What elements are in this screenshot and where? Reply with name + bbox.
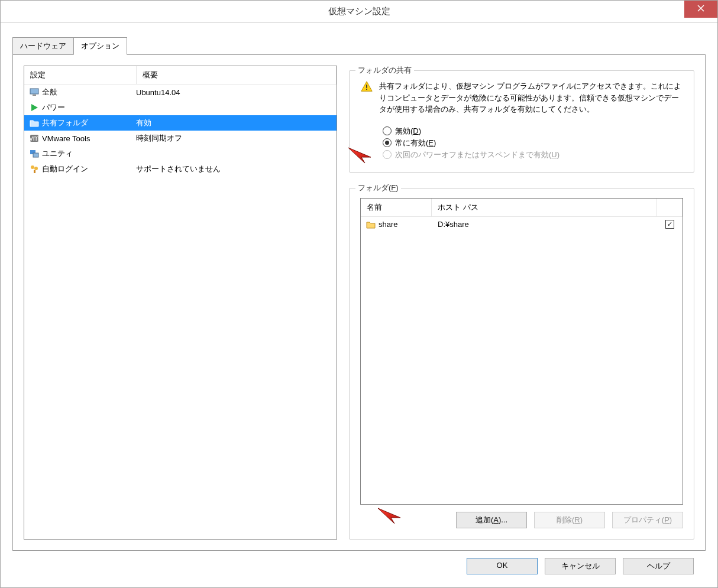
- vm-icon: vm: [29, 133, 40, 144]
- play-icon: [29, 102, 40, 113]
- settings-row-name: パワー: [42, 102, 65, 113]
- vm-settings-window: 仮想マシン設定 ハードウェア オプション 設定 概要 全般Ubuntu14.04…: [0, 0, 718, 588]
- svg-rect-8: [34, 170, 35, 173]
- settings-row-summary: Ubuntu14.04: [136, 88, 332, 97]
- folder-row[interactable]: shareD:¥share✓: [361, 217, 683, 232]
- settings-row-summary: 時刻同期オフ: [136, 133, 332, 144]
- radio-until-label: 次回のパワーオフまたはサスペンドまで有効(U): [395, 150, 559, 160]
- settings-list: 設定 概要 全般Ubuntu14.04パワー共有フォルダ有効vmVMware T…: [24, 66, 337, 540]
- svg-rect-5: [33, 153, 38, 157]
- settings-row-自動ログイン[interactable]: 自動ログインサポートされていません: [24, 161, 337, 177]
- tabs: ハードウェア オプション: [12, 37, 706, 55]
- folder-path: D:¥share: [432, 220, 656, 229]
- folders-table-body: shareD:¥share✓: [361, 217, 683, 505]
- tab-hardware-label: ハードウェア: [20, 41, 66, 50]
- cancel-button[interactable]: キャンセル: [545, 558, 616, 574]
- folders-col-path[interactable]: ホスト パス: [432, 199, 656, 217]
- svg-rect-0: [30, 89, 38, 94]
- add-folder-button[interactable]: 追加(A)...: [456, 512, 527, 528]
- settings-row-name: ユニティ: [42, 148, 73, 159]
- radio-icon: [383, 126, 392, 135]
- details-pane: フォルダの共有 共有フォルダにより、仮想マシン プログラムがファイルにアクセスで…: [349, 66, 694, 540]
- svg-point-6: [31, 165, 34, 169]
- settings-row-VMware Tools[interactable]: vmVMware Tools時刻同期オフ: [24, 131, 337, 146]
- sharing-warning-text: 共有フォルダにより、仮想マシン プログラムがファイルにアクセスできます。これによ…: [379, 80, 683, 115]
- col-header-name[interactable]: 設定: [24, 66, 137, 84]
- settings-row-summary: 有効: [136, 118, 332, 128]
- folders-group: フォルダ(F) 名前 ホスト パス shareD:¥share✓ 追加(A)..…: [349, 188, 694, 540]
- users-icon: [29, 164, 40, 174]
- sharing-warning: 共有フォルダにより、仮想マシン プログラムがファイルにアクセスできます。これによ…: [360, 80, 683, 115]
- settings-row-パワー[interactable]: パワー: [24, 100, 337, 115]
- settings-row-summary: サポートされていません: [136, 164, 332, 174]
- title-bar: 仮想マシン設定: [1, 1, 717, 23]
- settings-row-共有フォルダ[interactable]: 共有フォルダ有効: [24, 115, 337, 131]
- unity-icon: [29, 148, 40, 159]
- tab-options[interactable]: オプション: [73, 37, 127, 55]
- radio-disabled[interactable]: 無効(D): [383, 126, 683, 137]
- folders-table-headers: 名前 ホスト パス: [361, 199, 683, 217]
- radio-icon: [383, 150, 392, 159]
- folders-table: 名前 ホスト パス shareD:¥share✓: [360, 198, 683, 505]
- settings-list-headers: 設定 概要: [24, 66, 337, 85]
- close-icon: [697, 5, 704, 14]
- folder-sharing-title: フォルダの共有: [355, 65, 414, 76]
- window-title: 仮想マシン設定: [328, 6, 390, 17]
- folder-enabled-checkbox[interactable]: ✓: [665, 220, 674, 229]
- radio-icon: [383, 138, 392, 147]
- close-button[interactable]: [684, 1, 717, 18]
- folders-col-check[interactable]: [656, 199, 683, 217]
- red-arrow-annotation-icon: [347, 147, 373, 164]
- settings-row-name: 共有フォルダ: [42, 118, 88, 128]
- folder-properties-button: プロパティ(P): [612, 512, 683, 528]
- settings-row-ユニティ[interactable]: ユニティ: [24, 146, 337, 161]
- settings-row-name: 全般: [42, 87, 57, 98]
- monitor-icon: [29, 87, 40, 98]
- folder-share-icon: [29, 118, 40, 128]
- remove-folder-button: 削除(R): [534, 512, 605, 528]
- svg-rect-1: [33, 95, 36, 96]
- ok-button[interactable]: OK: [467, 558, 538, 574]
- help-button[interactable]: ヘルプ: [623, 558, 694, 574]
- settings-row-全般[interactable]: 全般Ubuntu14.04: [24, 85, 337, 100]
- svg-point-7: [34, 167, 38, 170]
- tab-options-label: オプション: [81, 41, 119, 50]
- folder-icon: [366, 219, 376, 230]
- dialog-buttons: OK キャンセル ヘルプ: [467, 558, 694, 574]
- svg-rect-10: [366, 89, 367, 90]
- radio-disabled-label: 無効(D): [395, 126, 421, 137]
- tab-hardware[interactable]: ハードウェア: [12, 37, 74, 55]
- svg-rect-9: [366, 85, 367, 88]
- svg-text:vm: vm: [29, 134, 39, 142]
- folder-sharing-group: フォルダの共有 共有フォルダにより、仮想マシン プログラムがファイルにアクセスで…: [349, 70, 694, 173]
- folder-name: share: [379, 220, 398, 229]
- settings-row-name: VMware Tools: [42, 134, 90, 143]
- folders-col-name[interactable]: 名前: [361, 199, 432, 217]
- settings-row-name: 自動ログイン: [42, 164, 88, 174]
- radio-always-enabled[interactable]: 常に有効(E): [383, 138, 683, 148]
- radio-until-poweroff: 次回のパワーオフまたはサスペンドまで有効(U): [383, 150, 683, 160]
- warning-icon: [360, 80, 373, 93]
- radio-always-label: 常に有効(E): [395, 138, 436, 148]
- folders-group-title: フォルダ(F): [355, 183, 401, 193]
- options-panel: 設定 概要 全般Ubuntu14.04パワー共有フォルダ有効vmVMware T…: [12, 54, 706, 551]
- col-header-summary[interactable]: 概要: [137, 66, 337, 84]
